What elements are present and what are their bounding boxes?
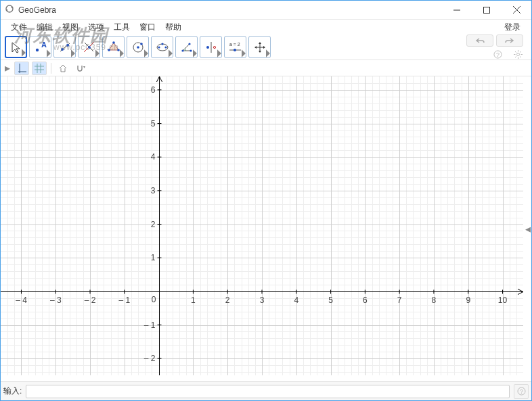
svg-point-16	[117, 49, 120, 51]
svg-line-43	[520, 56, 521, 57]
tool-move[interactable]	[5, 36, 27, 58]
svg-point-27	[188, 43, 190, 45]
svg-point-10	[61, 48, 64, 51]
svg-point-14	[88, 46, 91, 49]
tool-ellipse[interactable]	[151, 36, 173, 58]
tool-slider[interactable]: a = 2	[224, 36, 246, 58]
command-input[interactable]	[26, 385, 510, 398]
coordinate-plane[interactable]	[1, 76, 523, 375]
svg-point-0	[6, 5, 13, 12]
svg-line-6	[513, 6, 520, 14]
menu-options[interactable]: 选项	[83, 20, 109, 34]
menu-window[interactable]: 窗口	[135, 20, 160, 34]
side-panel-toggle[interactable]: ◂	[525, 222, 531, 236]
svg-point-24	[161, 43, 163, 45]
svg-point-32	[234, 49, 236, 51]
svg-rect-4	[484, 7, 490, 13]
toolbar: A a = 2	[1, 34, 531, 60]
undo-button[interactable]	[466, 34, 493, 47]
svg-line-45	[515, 56, 516, 57]
tool-move-view[interactable]	[248, 36, 271, 58]
window-title: GeoGebra	[18, 5, 56, 15]
tool-reflect[interactable]	[200, 36, 222, 58]
svg-point-20	[140, 43, 143, 45]
svg-point-19	[137, 46, 139, 49]
svg-point-25	[181, 49, 183, 51]
svg-point-7	[35, 48, 38, 51]
menu-tools[interactable]: 工具	[109, 20, 135, 34]
menu-view[interactable]: 视图	[58, 20, 83, 34]
titlebar: GeoGebra	[1, 1, 531, 20]
svg-line-5	[513, 6, 520, 14]
svg-point-22	[158, 46, 160, 48]
tool-angle[interactable]	[175, 36, 198, 58]
tool-line[interactable]	[53, 36, 76, 58]
home-zoom-button[interactable]	[56, 62, 70, 75]
maximize-button[interactable]	[472, 1, 502, 20]
svg-point-37	[516, 53, 519, 56]
graphics-view[interactable]: ◂	[1, 76, 531, 381]
toggle-axes-button[interactable]	[14, 62, 29, 75]
svg-point-15	[112, 41, 115, 44]
redo-button[interactable]	[496, 34, 523, 47]
right-tools: ?	[466, 34, 527, 60]
svg-text:▾: ▾	[83, 65, 85, 69]
input-bar: 输入: ?	[1, 381, 531, 400]
svg-point-17	[108, 49, 110, 51]
svg-point-1	[6, 9, 8, 11]
input-label: 输入:	[3, 385, 22, 397]
svg-point-11	[66, 44, 69, 47]
svg-point-2	[12, 6, 14, 8]
menubar: 文件 编辑 视图 选项 工具 窗口 帮助 登录	[1, 20, 531, 34]
app-icon	[5, 4, 14, 16]
login-link[interactable]: 登录	[499, 20, 526, 34]
input-help-button[interactable]: ?	[514, 384, 529, 399]
svg-text:?: ?	[520, 388, 523, 395]
svg-point-30	[213, 46, 215, 48]
tool-circle[interactable]	[127, 36, 149, 58]
svg-text:A: A	[41, 41, 47, 49]
minimize-button[interactable]	[442, 1, 472, 20]
view-toolbar: ▸ ▾	[1, 60, 531, 76]
app-window: GeoGebra 河东软件园 www.pc0359.cn 文件 编辑 视图 选项…	[0, 0, 532, 401]
svg-point-23	[164, 46, 167, 48]
tool-point[interactable]: A	[29, 36, 51, 58]
tool-polygon[interactable]	[102, 36, 125, 58]
svg-point-26	[190, 49, 192, 51]
tool-perpendicular[interactable]	[78, 36, 100, 58]
menu-edit[interactable]: 编辑	[32, 20, 58, 34]
settings-icon[interactable]	[512, 49, 523, 60]
view-expand-icon[interactable]: ▸	[3, 62, 12, 74]
svg-line-44	[520, 51, 521, 53]
svg-point-29	[206, 46, 209, 49]
snap-button[interactable]: ▾	[73, 62, 88, 75]
help-icon[interactable]: ?	[492, 49, 503, 60]
svg-text:?: ?	[496, 51, 500, 58]
toggle-grid-button[interactable]	[32, 62, 47, 75]
slider-label-text: a = 2	[229, 42, 240, 47]
close-button[interactable]	[502, 1, 531, 20]
menu-file[interactable]: 文件	[6, 20, 32, 34]
svg-line-42	[515, 51, 516, 53]
menu-help[interactable]: 帮助	[160, 20, 186, 34]
